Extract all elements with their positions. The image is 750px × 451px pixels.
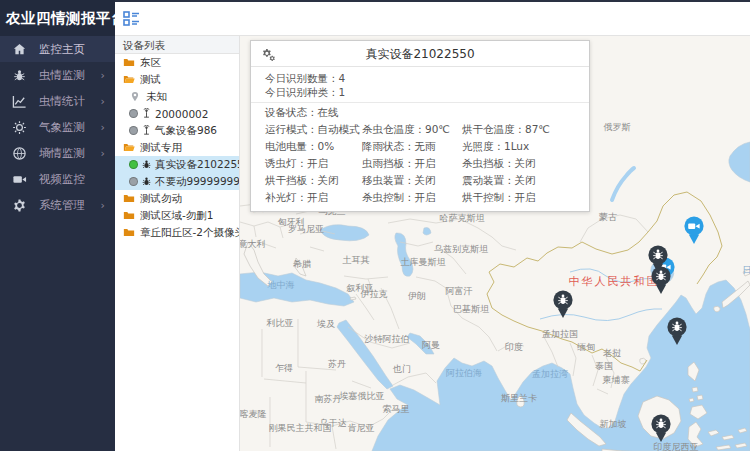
- main-area: 设备列表 东区测试未知20000002气象设备986测试专用真实设备210225…: [115, 0, 750, 451]
- popup-status-line: 设备状态：在线: [251, 103, 589, 121]
- sidebar-item-4[interactable]: 气象监测›: [0, 114, 115, 140]
- sidebar-item-label: 视频监控: [39, 172, 85, 187]
- tree-item-label: 不要动99999999: [155, 175, 239, 189]
- sidebar-item-2[interactable]: 虫情监测›: [0, 62, 115, 88]
- sidebar-item-6[interactable]: 视频监控: [0, 166, 115, 192]
- sidebar: 农业四情测报平台 监控主页虫情监测›虫情统计›气象监测›墒情监测›视频监控系统管…: [0, 0, 115, 451]
- popup-field: 诱虫灯：开启: [265, 155, 362, 172]
- chevron-right-icon: ›: [101, 69, 105, 82]
- map-pin-bug-dark[interactable]: [666, 316, 688, 346]
- map-pin-camera-blue[interactable]: [683, 215, 705, 245]
- popup-field: 杀虫控制：开启: [362, 189, 462, 206]
- status-dot-gray: [129, 109, 138, 118]
- chevron-right-icon: ›: [101, 121, 105, 134]
- globe-icon: [12, 146, 27, 161]
- tree-item[interactable]: 不要动99999999: [115, 173, 239, 190]
- bug-device-icon: [141, 159, 152, 170]
- chevron-right-icon: ›: [101, 147, 105, 160]
- popup-field: 降雨状态：无雨: [362, 138, 462, 155]
- bug-device-icon: [141, 176, 152, 187]
- popup-field: 运行模式：自动模式: [265, 121, 362, 138]
- tree-item[interactable]: 东区: [115, 54, 239, 71]
- gear-icon: [12, 198, 27, 213]
- popup-field: 震动装置：关闭: [462, 172, 589, 189]
- map-pin-bug-dark[interactable]: [650, 413, 672, 443]
- map-pin-bug-dark[interactable]: [650, 265, 672, 295]
- tree-item-label: 20000002: [155, 108, 208, 120]
- sidebar-item-label: 虫情统计: [39, 94, 85, 109]
- tree-item[interactable]: 测试勿动: [115, 190, 239, 207]
- app-title: 农业四情测报平台: [0, 0, 115, 36]
- gears-icon[interactable]: [261, 47, 276, 62]
- tree-item-label: 气象设备986: [155, 124, 217, 138]
- video-icon: [12, 172, 27, 187]
- sidebar-menu: 监控主页虫情监测›虫情统计›气象监测›墒情监测›视频监控系统管理›: [0, 36, 115, 218]
- popup-field: 移虫装置：关闭: [362, 172, 462, 189]
- status-dot-green: [129, 160, 138, 169]
- tree-item-label: 章丘阳丘区-2个摄像头: [140, 226, 239, 240]
- sidebar-item-1[interactable]: 监控主页: [0, 36, 115, 62]
- tree-item-label: 未知: [146, 90, 167, 104]
- tree-item[interactable]: 测试区域-勿删1: [115, 207, 239, 224]
- folder-icon: [123, 193, 135, 204]
- popup-summary: 今日识别数量：4今日识别种类：1: [251, 67, 589, 103]
- sidebar-item-3[interactable]: 虫情统计›: [0, 88, 115, 114]
- map-pin-bug-dark[interactable]: [552, 289, 574, 319]
- weather-device-icon: [141, 108, 152, 119]
- sidebar-item-5[interactable]: 墒情监测›: [0, 140, 115, 166]
- tree-item[interactable]: 章丘阳丘区-2个摄像头: [115, 224, 239, 241]
- status-dot-gray: [129, 126, 138, 135]
- sidebar-item-label: 系统管理: [39, 198, 85, 213]
- popup-field: 烘干仓温度：87℃: [462, 121, 589, 138]
- popup-field: 补光灯：开启: [265, 189, 362, 206]
- bug-icon: [12, 68, 27, 83]
- sidebar-item-label: 监控主页: [39, 42, 85, 57]
- folder-open-icon: [123, 142, 135, 153]
- weather-icon: [12, 120, 27, 135]
- sidebar-item-label: 气象监测: [39, 120, 85, 135]
- tree-item[interactable]: 真实设备21022550: [115, 156, 239, 173]
- tree-item[interactable]: 20000002: [115, 105, 239, 122]
- popup-field: 烘干控制：开启: [462, 189, 589, 206]
- map-canvas[interactable]: 俄罗斯蒙古哈萨克斯坦捷克乌克兰匈牙利罗马尼亚意大利希腊土耳其叙利亚伊拉克伊朗阿富…: [240, 36, 750, 451]
- tree-item-label: 测试专用: [140, 141, 182, 155]
- device-popup-title: 真实设备21022550: [365, 47, 474, 61]
- sidebar-item-label: 墒情监测: [39, 146, 85, 161]
- tree-list-icon[interactable]: [123, 10, 140, 27]
- chevron-right-icon: ›: [101, 199, 105, 212]
- sidebar-item-label: 虫情监测: [39, 68, 85, 83]
- app-window: 农业四情测报平台 监控主页虫情监测›虫情统计›气象监测›墒情监测›视频监控系统管…: [0, 0, 750, 451]
- device-panel-title: 设备列表: [115, 36, 239, 54]
- topbar: [115, 0, 750, 36]
- device-popup: 真实设备21022550 今日识别数量：4今日识别种类：1 设备状态：在线 运行…: [250, 40, 590, 212]
- popup-field: 光照度：1Lux: [462, 138, 589, 155]
- tree-item[interactable]: 气象设备986: [115, 122, 239, 139]
- chart-icon: [12, 94, 27, 109]
- popup-summary-line: 今日识别种类：1: [251, 85, 589, 99]
- tree-item-label: 真实设备21022550: [155, 158, 239, 172]
- status-dot-gray: [129, 177, 138, 186]
- popup-field: 杀虫仓温度：90℃: [362, 121, 462, 138]
- tree-item[interactable]: 测试: [115, 71, 239, 88]
- popup-field: 烘干挡板：关闭: [265, 172, 362, 189]
- tree-item-label: 东区: [140, 56, 161, 70]
- popup-field: 电池电量：0%: [265, 138, 362, 155]
- tree-item-label: 测试勿动: [140, 192, 182, 206]
- tree-item[interactable]: 未知: [115, 88, 239, 105]
- folder-icon: [123, 227, 135, 238]
- popup-field: 虫雨挡板：开启: [362, 155, 462, 172]
- device-panel: 设备列表 东区测试未知20000002气象设备986测试专用真实设备210225…: [115, 36, 240, 451]
- tree-item-label: 测试: [140, 73, 161, 87]
- popup-field: 杀虫挡板：关闭: [462, 155, 589, 172]
- tree-item[interactable]: 测试专用: [115, 139, 239, 156]
- pin-icon: [129, 91, 141, 102]
- popup-summary-line: 今日识别数量：4: [251, 71, 589, 85]
- weather-device-icon: [141, 125, 152, 136]
- device-popup-header: 真实设备21022550: [251, 41, 589, 67]
- popup-grid: 运行模式：自动模式杀虫仓温度：90℃烘干仓温度：87℃电池电量：0%降雨状态：无…: [251, 121, 589, 211]
- tree-item-label: 测试区域-勿删1: [140, 209, 213, 223]
- folder-icon: [123, 210, 135, 221]
- sidebar-item-7[interactable]: 系统管理›: [0, 192, 115, 218]
- home-icon: [12, 42, 27, 57]
- folder-icon: [123, 57, 135, 68]
